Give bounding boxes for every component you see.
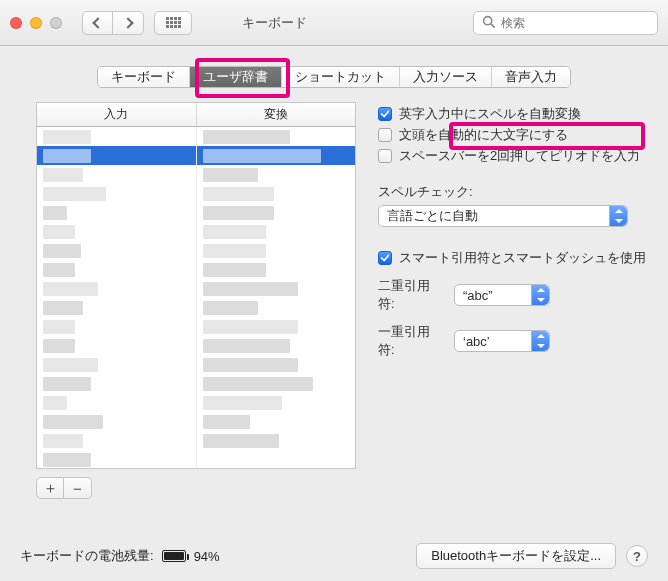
option-auto-convert-spelling[interactable]: 英字入力中にスペルを自動変換 xyxy=(378,105,648,123)
double-quote-select[interactable]: “abc” xyxy=(454,284,550,306)
battery-icon xyxy=(162,550,186,562)
minimize-button[interactable] xyxy=(30,17,42,29)
window-controls xyxy=(10,17,62,29)
search-icon xyxy=(482,15,495,31)
titlebar: キーボード xyxy=(0,0,668,46)
stepper-icon xyxy=(609,206,627,226)
checkbox-icon xyxy=(378,251,392,265)
single-quote-row: 一重引用符: ‘abc’ xyxy=(378,323,648,359)
double-quote-row: 二重引用符: “abc” xyxy=(378,277,648,313)
table-row[interactable] xyxy=(37,127,355,146)
content-area: 入力 変換 ＋ − xyxy=(0,94,668,499)
single-quote-select[interactable]: ‘abc’ xyxy=(454,330,550,352)
dictionary-table: 入力 変換 ＋ − xyxy=(36,102,356,499)
window-title: キーボード xyxy=(242,14,307,32)
tab-bar: キーボード ユーザ辞書 ショートカット 入力ソース 音声入力 xyxy=(0,66,668,88)
table-row[interactable] xyxy=(37,260,355,279)
table-row[interactable] xyxy=(37,165,355,184)
options-panel: 英字入力中にスペルを自動変換 文頭を自動的に大文字にする スペースバーを2回押し… xyxy=(378,102,648,499)
close-button[interactable] xyxy=(10,17,22,29)
tab-keyboard[interactable]: キーボード xyxy=(98,67,190,87)
stepper-icon xyxy=(531,285,549,305)
option-label: 文頭を自動的に大文字にする xyxy=(399,126,568,144)
show-all-button[interactable] xyxy=(154,11,192,35)
option-smart-quotes[interactable]: スマート引用符とスマートダッシュを使用 xyxy=(378,249,648,267)
table-row[interactable] xyxy=(37,412,355,431)
table-row[interactable] xyxy=(37,241,355,260)
add-button[interactable]: ＋ xyxy=(36,477,64,499)
column-convert[interactable]: 変換 xyxy=(197,103,356,126)
select-value: 言語ごとに自動 xyxy=(387,207,478,225)
table-row-selected[interactable] xyxy=(37,146,355,165)
table-row[interactable] xyxy=(37,279,355,298)
svg-line-1 xyxy=(491,23,494,26)
tab-shortcuts[interactable]: ショートカット xyxy=(282,67,400,87)
search-input[interactable] xyxy=(501,16,649,30)
chevron-right-icon xyxy=(122,17,133,28)
option-double-space-period[interactable]: スペースバーを2回押してピリオドを入力 xyxy=(378,147,648,165)
table-row[interactable] xyxy=(37,298,355,317)
tab-input-sources[interactable]: 入力ソース xyxy=(400,67,492,87)
zoom-button[interactable] xyxy=(50,17,62,29)
add-remove-bar: ＋ − xyxy=(36,477,356,499)
table-row[interactable] xyxy=(37,222,355,241)
checkbox-icon xyxy=(378,128,392,142)
table-body[interactable] xyxy=(36,127,356,469)
nav-forward-button[interactable] xyxy=(113,12,143,34)
table-row[interactable] xyxy=(37,431,355,450)
table-row[interactable] xyxy=(37,393,355,412)
footer: キーボードの電池残量: 94% Bluetoothキーボードを設定... ? xyxy=(0,531,668,581)
option-label: 英字入力中にスペルを自動変換 xyxy=(399,105,581,123)
help-button[interactable]: ? xyxy=(626,545,648,567)
single-quote-label: 一重引用符: xyxy=(378,323,444,359)
battery-status: キーボードの電池残量: 94% xyxy=(20,547,220,565)
tab-user-dictionary[interactable]: ユーザ辞書 xyxy=(190,67,282,87)
remove-button[interactable]: − xyxy=(64,477,92,499)
select-value: ‘abc’ xyxy=(463,334,490,349)
spellcheck-select[interactable]: 言語ごとに自動 xyxy=(378,205,628,227)
option-label: スマート引用符とスマートダッシュを使用 xyxy=(399,249,646,267)
option-capitalize-sentence[interactable]: 文頭を自動的に大文字にする xyxy=(378,126,648,144)
search-field[interactable] xyxy=(473,11,658,35)
table-row[interactable] xyxy=(37,374,355,393)
checkbox-icon xyxy=(378,149,392,163)
checkbox-icon xyxy=(378,107,392,121)
grid-icon xyxy=(166,17,181,28)
bluetooth-setup-button[interactable]: Bluetoothキーボードを設定... xyxy=(416,543,616,569)
double-quote-label: 二重引用符: xyxy=(378,277,444,313)
chevron-left-icon xyxy=(92,17,103,28)
table-header: 入力 変換 xyxy=(36,102,356,127)
table-row[interactable] xyxy=(37,450,355,469)
select-value: “abc” xyxy=(463,288,493,303)
table-row[interactable] xyxy=(37,184,355,203)
battery-percent: 94% xyxy=(194,549,220,564)
spellcheck-label: スペルチェック: xyxy=(378,183,648,201)
table-row[interactable] xyxy=(37,317,355,336)
option-label: スペースバーを2回押してピリオドを入力 xyxy=(399,147,640,165)
stepper-icon xyxy=(531,331,549,351)
table-row[interactable] xyxy=(37,203,355,222)
nav-back-forward xyxy=(82,11,144,35)
table-row[interactable] xyxy=(37,355,355,374)
tab-dictation[interactable]: 音声入力 xyxy=(492,67,570,87)
nav-back-button[interactable] xyxy=(83,12,113,34)
column-input[interactable]: 入力 xyxy=(37,103,197,126)
table-row[interactable] xyxy=(37,336,355,355)
battery-label: キーボードの電池残量: xyxy=(20,547,154,565)
